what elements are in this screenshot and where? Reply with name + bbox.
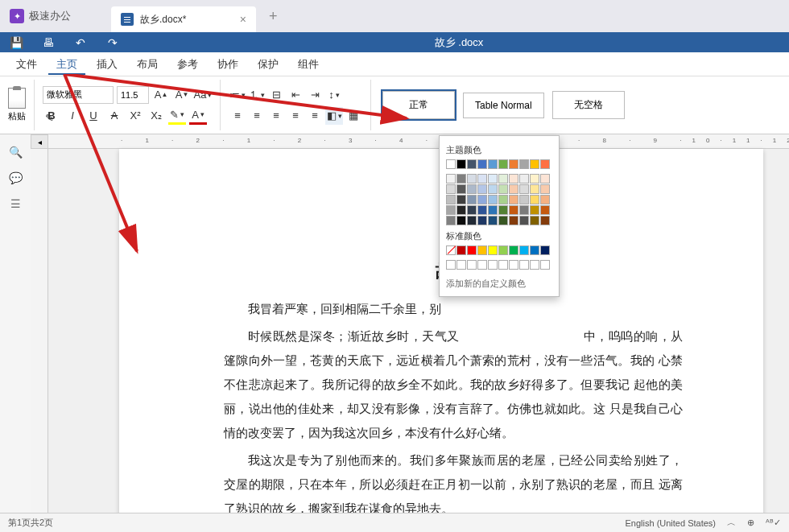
color-swatch[interactable] — [467, 174, 477, 184]
justify-icon[interactable]: ≡ — [287, 107, 304, 125]
color-swatch[interactable] — [488, 195, 498, 204]
multilevel-icon[interactable]: ⊟ — [267, 86, 285, 104]
align-center-icon[interactable]: ≡ — [248, 107, 266, 125]
color-swatch[interactable] — [498, 245, 508, 255]
color-swatch[interactable] — [509, 205, 518, 215]
color-swatch[interactable] — [456, 184, 466, 194]
bullets-icon[interactable]: ≔▾ — [229, 86, 246, 104]
color-swatch[interactable] — [467, 216, 477, 225]
color-swatch[interactable] — [498, 205, 508, 215]
color-swatch[interactable] — [488, 159, 498, 169]
color-swatch[interactable] — [519, 205, 529, 215]
font-color-icon[interactable]: A▾ — [189, 107, 207, 125]
highlight-icon[interactable]: ✎▾ — [168, 107, 186, 125]
color-swatch[interactable] — [477, 195, 487, 204]
color-swatch[interactable] — [530, 245, 539, 255]
color-swatch[interactable] — [456, 174, 466, 184]
borders-icon[interactable]: ▦ — [345, 107, 362, 125]
shrink-font-icon[interactable]: A▼ — [173, 86, 191, 104]
color-swatch[interactable] — [519, 159, 529, 169]
color-swatch[interactable] — [488, 174, 498, 184]
color-swatch[interactable] — [540, 195, 550, 204]
color-swatch[interactable] — [467, 245, 477, 255]
shading-icon[interactable]: ◧▾ — [325, 107, 343, 125]
menu-tools[interactable]: 组件 — [290, 54, 327, 75]
color-swatch[interactable] — [446, 216, 456, 225]
color-swatch[interactable] — [446, 184, 456, 194]
numbering-icon[interactable]: ⒈▾ — [248, 86, 266, 104]
color-swatch[interactable] — [446, 174, 456, 184]
color-swatch[interactable] — [498, 216, 508, 225]
color-swatch[interactable] — [509, 260, 518, 270]
color-swatch[interactable] — [467, 205, 477, 215]
color-swatch[interactable] — [467, 195, 477, 204]
color-swatch[interactable] — [509, 159, 518, 169]
italic-icon[interactable]: I — [64, 107, 81, 125]
chevron-expand-icon[interactable]: ︿ — [727, 517, 736, 529]
color-swatch[interactable] — [467, 260, 477, 270]
document-tab[interactable]: 故乡.docx* × — [111, 6, 256, 32]
color-swatch[interactable] — [477, 260, 487, 270]
color-swatch[interactable] — [488, 260, 498, 270]
underline-icon[interactable]: U — [85, 107, 102, 125]
color-swatch[interactable] — [488, 216, 498, 225]
close-icon[interactable]: × — [240, 13, 246, 26]
color-swatch[interactable] — [509, 245, 518, 255]
color-swatch[interactable] — [498, 184, 508, 194]
color-swatch[interactable] — [530, 174, 539, 184]
color-swatch[interactable] — [467, 184, 477, 194]
color-swatch[interactable] — [540, 216, 550, 225]
color-swatch[interactable] — [509, 195, 518, 204]
color-swatch[interactable] — [477, 245, 487, 255]
ruler-corner[interactable]: ◂ — [31, 134, 48, 149]
font-size-select[interactable] — [117, 86, 149, 104]
new-tab-button[interactable]: + — [269, 8, 278, 25]
style-table-normal[interactable]: Table Normal — [463, 93, 544, 118]
color-swatch[interactable] — [530, 184, 539, 194]
color-swatch[interactable] — [540, 159, 550, 169]
color-swatch[interactable] — [446, 159, 456, 169]
color-swatch[interactable] — [477, 159, 487, 169]
strikethrough-icon[interactable]: A — [105, 107, 123, 125]
color-swatch[interactable] — [477, 216, 487, 225]
line-spacing-icon[interactable]: ↕▾ — [325, 86, 343, 104]
color-swatch[interactable] — [540, 205, 550, 215]
color-swatch[interactable] — [530, 216, 539, 225]
color-swatch[interactable] — [519, 260, 529, 270]
style-normal[interactable]: 正常 — [382, 91, 455, 119]
color-swatch[interactable] — [446, 195, 456, 204]
color-swatch[interactable] — [509, 184, 518, 194]
spellcheck-icon[interactable]: ᴬᴮ✓ — [766, 518, 781, 528]
font-family-select[interactable] — [43, 86, 114, 104]
menu-file[interactable]: 文件 — [8, 54, 45, 75]
increase-indent-icon[interactable]: ⇥ — [306, 86, 324, 104]
more-colors-link[interactable]: 添加新的自定义颜色 — [446, 274, 552, 290]
color-swatch[interactable] — [488, 184, 498, 194]
color-swatch[interactable] — [519, 174, 529, 184]
color-swatch[interactable] — [446, 245, 456, 255]
color-swatch[interactable] — [498, 159, 508, 169]
search-icon[interactable]: 🔍 — [7, 144, 23, 160]
color-swatch[interactable] — [477, 205, 487, 215]
decrease-indent-icon[interactable]: ⇤ — [287, 86, 304, 104]
color-swatch[interactable] — [488, 205, 498, 215]
style-nospacing[interactable]: 无空格 — [552, 91, 625, 119]
color-swatch[interactable] — [530, 159, 539, 169]
color-swatch[interactable] — [446, 260, 456, 270]
color-swatch[interactable] — [540, 245, 550, 255]
color-swatch[interactable] — [509, 174, 518, 184]
color-swatch[interactable] — [456, 159, 466, 169]
menu-reference[interactable]: 参考 — [169, 54, 206, 75]
paste-button[interactable]: 粘贴 — [8, 88, 26, 122]
grow-font-icon[interactable]: A▲ — [152, 86, 170, 104]
comments-icon[interactable]: 💬 — [7, 170, 23, 186]
color-swatch[interactable] — [530, 260, 539, 270]
align-right-icon[interactable]: ≡ — [267, 107, 285, 125]
menu-home[interactable]: 主页 — [48, 54, 85, 75]
redo-icon[interactable]: ↷ — [105, 35, 121, 51]
color-swatch[interactable] — [519, 245, 529, 255]
color-swatch[interactable] — [530, 205, 539, 215]
globe-icon[interactable]: ⊕ — [747, 518, 754, 528]
color-swatch[interactable] — [456, 195, 466, 204]
color-swatch[interactable] — [530, 195, 539, 204]
